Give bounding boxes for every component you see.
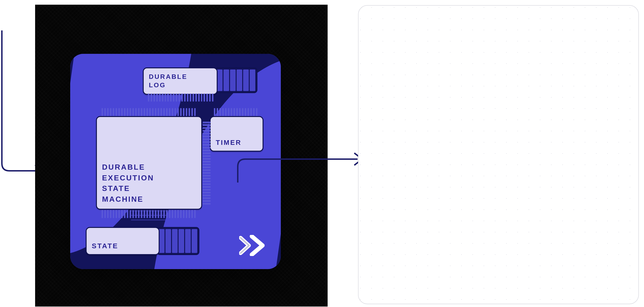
output-blank-card	[358, 5, 639, 304]
arrow-out-icon	[236, 138, 364, 185]
state-machine-pins-right	[203, 122, 210, 205]
architecture-diagram: DURABLE LOG TIMER DURABLE EXECUTION STAT…	[0, 0, 644, 307]
state-machine-line4: MACHINE	[102, 194, 196, 204]
state-ladder	[157, 227, 200, 255]
durable-log-pins	[148, 94, 214, 102]
durable-log-line2: LOG	[149, 81, 212, 90]
state-machine-pins-top	[102, 108, 197, 116]
state-label: STATE	[92, 242, 118, 250]
durable-log-line1: DURABLE	[149, 72, 212, 81]
state-box: STATE	[86, 227, 160, 255]
durable-log-ladder	[215, 68, 258, 93]
timer-pins-top	[214, 108, 259, 116]
state-machine-box: DURABLE EXECUTION STATE MACHINE	[96, 116, 202, 210]
state-machine-line2: EXECUTION	[102, 173, 196, 183]
brand-logo-icon	[239, 235, 269, 256]
state-machine-pins-bottom	[102, 210, 197, 218]
durable-log-box: DURABLE LOG	[143, 68, 218, 95]
state-machine-line3: STATE	[102, 183, 196, 194]
state-machine-line1: DURABLE	[102, 162, 196, 172]
